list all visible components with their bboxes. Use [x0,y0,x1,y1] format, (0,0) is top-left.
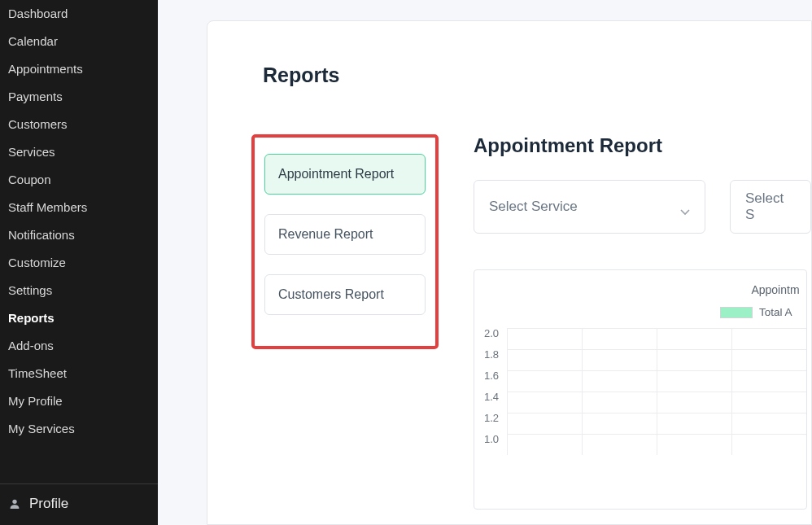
sidebar-profile-link[interactable]: Profile [8,496,150,520]
svg-point-0 [12,500,16,504]
sidebar-items: Dashboard Calendar Appointments Payments… [0,0,158,483]
sidebar-item-reports[interactable]: Reports [0,304,158,332]
report-type-revenue[interactable]: Revenue Report [264,214,426,255]
sidebar-profile-label: Profile [29,496,68,512]
y-tick: 2.0 [484,328,499,349]
sidebar-item-notifications[interactable]: Notifications [0,221,158,249]
grid-row [507,434,806,455]
sidebar-item-my-services[interactable]: My Services [0,415,158,443]
select-secondary-label: Select S [745,190,796,223]
sidebar-item-services[interactable]: Services [0,138,158,166]
sidebar-item-my-profile[interactable]: My Profile [0,387,158,415]
chart-title: Appointm [484,283,806,296]
report-type-customers[interactable]: Customers Report [264,274,426,315]
sidebar-item-customize[interactable]: Customize [0,249,158,277]
sidebar-item-coupon[interactable]: Coupon [0,166,158,194]
legend-swatch [720,307,753,318]
content-row: Appointment Report Revenue Report Custom… [207,134,811,525]
grid-row [507,370,806,392]
user-icon [8,497,21,510]
chart-container: Appointm Total A 2.0 1.8 1.6 1.4 1.2 [474,269,807,510]
select-secondary[interactable]: Select S [730,180,811,234]
sidebar-footer: Profile [0,483,158,525]
grid-row [507,328,806,349]
select-service-label: Select Service [489,199,578,215]
sidebar-item-payments[interactable]: Payments [0,83,158,111]
main-content: Reports Appointment Report Revenue Repor… [158,0,812,525]
page-title: Reports [263,63,811,87]
grid-row [507,392,806,413]
report-type-highlight-box: Appointment Report Revenue Report Custom… [251,134,439,349]
sidebar-item-staff-members[interactable]: Staff Members [0,194,158,221]
chart-legend: Total A [720,306,792,318]
y-tick: 1.8 [484,349,499,370]
sidebar-item-customers[interactable]: Customers [0,111,158,138]
y-tick: 1.6 [484,370,499,392]
content-panel: Reports Appointment Report Revenue Repor… [207,20,812,525]
sidebar-item-add-ons[interactable]: Add-ons [0,332,158,360]
sidebar-item-calendar[interactable]: Calendar [0,28,158,55]
filters-row: Select Service Select S [474,180,811,234]
y-tick: 1.2 [484,413,499,434]
report-type-appointment[interactable]: Appointment Report [264,154,426,195]
sidebar: Dashboard Calendar Appointments Payments… [0,0,158,525]
sidebar-item-timesheet[interactable]: TimeSheet [0,360,158,387]
grid-row [507,413,806,434]
report-detail-column: Appointment Report Select Service Select… [474,134,811,525]
chevron-down-icon [680,203,690,210]
legend-label: Total A [759,306,792,318]
select-service[interactable]: Select Service [474,180,705,234]
sidebar-item-settings[interactable]: Settings [0,277,158,304]
chart-y-axis: 2.0 1.8 1.6 1.4 1.2 1.0 [484,328,507,455]
chart-grid [507,328,806,455]
sidebar-item-dashboard[interactable]: Dashboard [0,0,158,28]
chart-area: 2.0 1.8 1.6 1.4 1.2 1.0 [484,328,806,455]
grid-row [507,349,806,370]
report-type-column: Appointment Report Revenue Report Custom… [251,134,441,525]
y-tick: 1.0 [484,434,499,455]
section-title: Appointment Report [474,134,811,157]
y-tick: 1.4 [484,392,499,413]
sidebar-item-appointments[interactable]: Appointments [0,55,158,83]
